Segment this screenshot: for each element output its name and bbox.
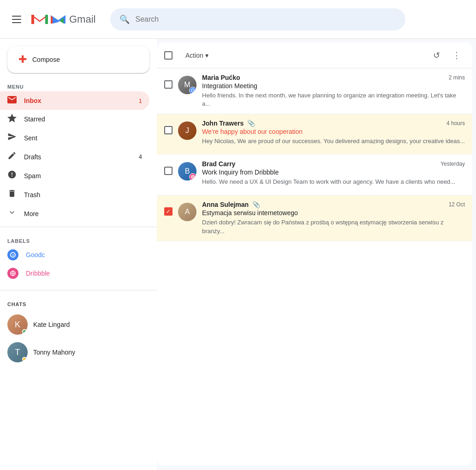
email-time-john: 4 hours: [446, 120, 465, 127]
chat-item-tonny[interactable]: T Tonny Mahony ⋮: [0, 338, 157, 366]
starred-label: Starred: [24, 115, 142, 123]
email-preview-john: Hey Nicolas, We are proud of our success…: [202, 137, 465, 145]
maria-label-badge: [189, 87, 196, 94]
sidebar: ✚ Compose MENU Inbox 1 Starred Sent: [0, 39, 157, 470]
sent-label: Sent: [24, 134, 142, 142]
sidebar-item-drafts[interactable]: Drafts 4: [0, 147, 149, 166]
more-chevron-icon: [7, 208, 17, 219]
sidebar-item-sent[interactable]: Sent: [0, 128, 149, 147]
email-item-brad[interactable]: B Brad Carry Yesterday Work Inquiry from…: [157, 155, 472, 195]
email-avatar-john: J: [178, 121, 196, 140]
chat-avatar-kate: K: [7, 314, 28, 335]
gmail-logo[interactable]: Gmail: [31, 13, 95, 26]
action-button[interactable]: Action ▾: [180, 49, 214, 62]
email-checkbox-anna[interactable]: [164, 207, 173, 216]
toolbar-more-icon: ⋮: [452, 50, 461, 60]
email-header-john: John Trawers 📎 4 hours: [202, 120, 465, 127]
drafts-icon: [7, 151, 17, 163]
tonny-online-indicator: [22, 357, 27, 362]
toolbar-right: ↺ ⋮: [428, 47, 465, 64]
inbox-icon: [7, 96, 17, 106]
sidebar-divider-1: [0, 227, 157, 227]
email-sender-anna: Anna Sulejman 📎: [202, 201, 260, 208]
email-subject-brad: Work Inquiry from Dribbble: [202, 169, 465, 176]
toolbar-more-button[interactable]: ⋮: [448, 47, 465, 64]
kate-name: Kate Lingard: [33, 321, 132, 328]
menu-toggle-button[interactable]: [7, 10, 26, 29]
labels-section: LABELS Goodc Dribbble: [0, 231, 157, 286]
star-icon: [7, 114, 17, 125]
email-avatar-maria: M: [178, 76, 196, 94]
header: Gmail 🔍: [0, 0, 476, 39]
action-label: Action: [185, 52, 203, 59]
sidebar-item-spam[interactable]: Spam: [0, 166, 149, 185]
goodc-icon: [7, 249, 18, 260]
email-subject-anna: Estymacja serwisu internetowego: [202, 209, 465, 217]
chat-item-kate[interactable]: K Kate Lingard ⋮: [0, 311, 157, 338]
email-time-maria: 2 mins: [449, 74, 465, 81]
compose-button[interactable]: ✚ Compose: [7, 46, 149, 73]
svg-rect-0: [31, 15, 34, 24]
email-checkbox-maria[interactable]: [164, 80, 173, 89]
gmail-m-icon: [50, 13, 66, 26]
email-avatar-anna: A: [178, 203, 196, 221]
sidebar-item-trash[interactable]: Trash: [0, 185, 149, 204]
john-avatar-initials: J: [178, 121, 196, 140]
email-header-maria: Maria Pućko 2 mins: [202, 74, 465, 81]
svg-rect-1: [45, 15, 48, 24]
search-input[interactable]: [135, 15, 396, 24]
email-item-anna[interactable]: A Anna Sulejman 📎 12 Oct Estymacja serwi…: [157, 195, 472, 241]
compose-plus-icon: ✚: [18, 54, 27, 66]
inbox-label: Inbox: [24, 97, 131, 104]
email-item-maria[interactable]: M Maria Pućko 2 mins Integration Meeting…: [157, 68, 472, 114]
chats-section-label: CHATS: [0, 298, 157, 311]
email-sender-brad: Brad Carry: [202, 160, 235, 168]
chat-avatar-tonny: T: [7, 342, 28, 362]
email-sender-john: John Trawers 📎: [202, 120, 255, 127]
compose-label: Compose: [32, 56, 60, 63]
anna-avatar-initials: A: [178, 203, 196, 221]
sidebar-item-inbox[interactable]: Inbox 1: [0, 91, 149, 110]
email-content-maria: Maria Pućko 2 mins Integration Meeting H…: [202, 74, 465, 108]
goodc-label: Goodc: [26, 251, 45, 259]
email-header-brad: Brad Carry Yesterday: [202, 160, 465, 168]
attachment-icon-john: 📎: [247, 120, 255, 127]
trash-icon: [7, 189, 17, 200]
brad-label-badge: [189, 173, 196, 181]
email-content-john: John Trawers 📎 4 hours We're happy about…: [202, 120, 465, 145]
email-checkbox-john[interactable]: [164, 126, 173, 134]
labels-section-label: LABELS: [0, 235, 157, 246]
email-header-anna: Anna Sulejman 📎 12 Oct: [202, 201, 465, 208]
refresh-icon: ↺: [433, 50, 440, 60]
email-content-brad: Brad Carry Yesterday Work Inquiry from D…: [202, 160, 465, 186]
email-item-john[interactable]: J John Trawers 📎 4 hours We're happy abo…: [157, 114, 472, 155]
sidebar-item-more[interactable]: More: [0, 204, 149, 223]
email-checkbox-brad[interactable]: [164, 167, 173, 175]
menu-section-label: MENU: [0, 80, 157, 91]
refresh-button[interactable]: ↺: [428, 47, 445, 64]
email-content-anna: Anna Sulejman 📎 12 Oct Estymacja serwisu…: [202, 201, 465, 235]
sidebar-divider-2: [0, 290, 157, 290]
trash-label: Trash: [24, 191, 142, 199]
label-item-dribbble[interactable]: Dribbble: [0, 264, 149, 283]
inbox-badge: 1: [139, 97, 142, 104]
email-preview-brad: Hello. We need a UX & UI Design Team to …: [202, 178, 465, 186]
kate-online-indicator: [22, 329, 27, 334]
email-subject-maria: Integration Meeting: [202, 82, 465, 90]
email-preview-anna: Dzień dobry! Zwracam się do Państwa z pr…: [202, 218, 465, 235]
select-all-checkbox[interactable]: [164, 51, 173, 60]
chats-section: CHATS K Kate Lingard ⋮ T Tonny Mahony ⋮: [0, 294, 157, 370]
email-toolbar: Action ▾ ↺ ⋮: [157, 42, 472, 68]
attachment-icon-anna: 📎: [252, 201, 260, 208]
email-sender-maria: Maria Pućko: [202, 74, 240, 81]
label-item-goodc[interactable]: Goodc: [0, 246, 149, 264]
gmail-logo-icon: [31, 13, 48, 26]
search-bar[interactable]: 🔍: [110, 8, 405, 30]
dribbble-label: Dribbble: [26, 270, 50, 277]
tonny-name: Tonny Mahony: [33, 349, 132, 356]
sidebar-item-starred[interactable]: Starred: [0, 110, 149, 128]
action-chevron-icon: ▾: [205, 52, 208, 59]
dribbble-icon: [7, 268, 18, 279]
sent-icon: [7, 132, 17, 144]
anna-sender-text: Anna Sulejman: [202, 201, 249, 208]
